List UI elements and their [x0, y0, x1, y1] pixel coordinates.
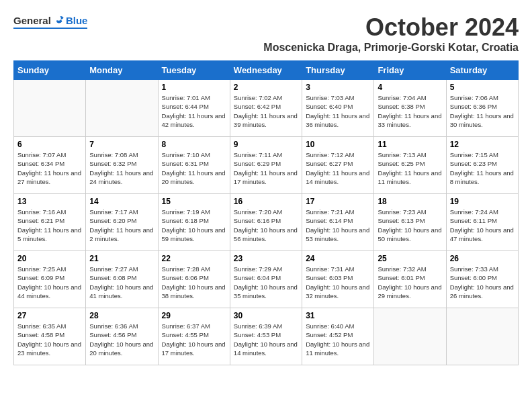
col-wednesday: Wednesday — [230, 61, 302, 80]
day-number: 13 — [17, 197, 82, 206]
day-info: Sunrise: 6:37 AMSunset: 4:55 PMDaylight:… — [162, 322, 226, 357]
logo-blue-text: Blue — [66, 15, 88, 26]
day-number: 18 — [378, 197, 442, 206]
day-info: Sunrise: 7:33 AMSunset: 6:00 PMDaylight:… — [450, 265, 515, 300]
table-row: 13Sunrise: 7:16 AMSunset: 6:21 PMDayligh… — [14, 194, 86, 251]
day-info: Sunrise: 7:19 AMSunset: 6:18 PMDaylight:… — [162, 208, 226, 243]
table-row: 26Sunrise: 7:33 AMSunset: 6:00 PMDayligh… — [446, 251, 518, 308]
day-info: Sunrise: 7:15 AMSunset: 6:23 PMDaylight:… — [450, 150, 515, 186]
day-number: 7 — [89, 140, 154, 149]
col-tuesday: Tuesday — [158, 61, 230, 80]
day-info: Sunrise: 7:12 AMSunset: 6:27 PMDaylight:… — [306, 150, 370, 186]
day-info: Sunrise: 7:24 AMSunset: 6:11 PMDaylight:… — [450, 208, 515, 243]
day-number: 19 — [450, 197, 515, 206]
table-row: 9Sunrise: 7:11 AMSunset: 6:29 PMDaylight… — [230, 137, 302, 194]
day-info: Sunrise: 6:36 AMSunset: 4:56 PMDaylight:… — [89, 322, 154, 357]
day-number: 28 — [89, 311, 154, 320]
day-info: Sunrise: 7:10 AMSunset: 6:31 PMDaylight:… — [162, 150, 226, 186]
day-info: Sunrise: 7:07 AMSunset: 6:34 PMDaylight:… — [17, 150, 82, 186]
calendar-week-5: 27Sunrise: 6:35 AMSunset: 4:58 PMDayligh… — [14, 308, 519, 365]
day-number: 25 — [378, 254, 442, 263]
calendar-week-4: 20Sunrise: 7:25 AMSunset: 6:09 PMDayligh… — [14, 251, 519, 308]
table-row: 18Sunrise: 7:23 AMSunset: 6:13 PMDayligh… — [374, 194, 446, 251]
table-row: 4Sunrise: 7:04 AMSunset: 6:38 PMDaylight… — [374, 80, 446, 137]
day-number: 9 — [234, 140, 298, 149]
day-number: 10 — [306, 140, 370, 149]
day-number: 12 — [450, 140, 515, 149]
logo: General Blue — [13, 13, 87, 29]
table-row: 3Sunrise: 7:03 AMSunset: 6:40 PMDaylight… — [302, 80, 374, 137]
day-number: 30 — [234, 311, 298, 320]
table-row: 6Sunrise: 7:07 AMSunset: 6:34 PMDaylight… — [14, 137, 86, 194]
day-info: Sunrise: 7:27 AMSunset: 6:08 PMDaylight:… — [89, 265, 154, 300]
day-number: 4 — [378, 83, 442, 92]
day-number: 15 — [162, 197, 226, 206]
day-info: Sunrise: 6:40 AMSunset: 4:52 PMDaylight:… — [306, 322, 370, 357]
day-info: Sunrise: 7:13 AMSunset: 6:25 PMDaylight:… — [378, 150, 442, 186]
table-row — [86, 80, 158, 137]
table-row: 27Sunrise: 6:35 AMSunset: 4:58 PMDayligh… — [14, 308, 86, 365]
day-number: 3 — [306, 83, 370, 92]
table-row: 12Sunrise: 7:15 AMSunset: 6:23 PMDayligh… — [446, 137, 518, 194]
day-info: Sunrise: 7:20 AMSunset: 6:16 PMDaylight:… — [234, 208, 298, 243]
title-section: October 2024 Moscenicka Draga, Primorje-… — [87, 13, 519, 54]
day-number: 22 — [162, 254, 226, 263]
calendar-table: Sunday Monday Tuesday Wednesday Thursday… — [13, 60, 519, 365]
table-row: 24Sunrise: 7:31 AMSunset: 6:03 PMDayligh… — [302, 251, 374, 308]
calendar-week-3: 13Sunrise: 7:16 AMSunset: 6:21 PMDayligh… — [14, 194, 519, 251]
table-row: 15Sunrise: 7:19 AMSunset: 6:18 PMDayligh… — [158, 194, 230, 251]
day-number: 26 — [450, 254, 515, 263]
day-number: 20 — [17, 254, 82, 263]
day-info: Sunrise: 7:04 AMSunset: 6:38 PMDaylight:… — [378, 93, 442, 129]
day-number: 14 — [89, 197, 154, 206]
table-row: 25Sunrise: 7:32 AMSunset: 6:01 PMDayligh… — [374, 251, 446, 308]
table-row: 30Sunrise: 6:39 AMSunset: 4:53 PMDayligh… — [230, 308, 302, 365]
day-info: Sunrise: 7:11 AMSunset: 6:29 PMDaylight:… — [234, 150, 298, 186]
day-info: Sunrise: 7:17 AMSunset: 6:20 PMDaylight:… — [89, 208, 154, 243]
day-number: 21 — [89, 254, 154, 263]
table-row: 5Sunrise: 7:06 AMSunset: 6:36 PMDaylight… — [446, 80, 518, 137]
day-number: 31 — [306, 311, 370, 320]
day-number: 23 — [234, 254, 298, 263]
table-row: 31Sunrise: 6:40 AMSunset: 4:52 PMDayligh… — [302, 308, 374, 365]
day-info: Sunrise: 6:39 AMSunset: 4:53 PMDaylight:… — [234, 322, 298, 357]
day-number: 6 — [17, 140, 82, 149]
table-row: 14Sunrise: 7:17 AMSunset: 6:20 PMDayligh… — [86, 194, 158, 251]
day-number: 2 — [234, 83, 298, 92]
day-info: Sunrise: 7:03 AMSunset: 6:40 PMDaylight:… — [306, 93, 370, 129]
day-number: 29 — [162, 311, 226, 320]
calendar-header-row: Sunday Monday Tuesday Wednesday Thursday… — [14, 61, 519, 80]
col-monday: Monday — [86, 61, 158, 80]
table-row: 29Sunrise: 6:37 AMSunset: 4:55 PMDayligh… — [158, 308, 230, 365]
day-info: Sunrise: 7:02 AMSunset: 6:42 PMDaylight:… — [234, 93, 298, 129]
day-info: Sunrise: 7:06 AMSunset: 6:36 PMDaylight:… — [450, 93, 515, 129]
day-number: 11 — [378, 140, 442, 149]
table-row: 10Sunrise: 7:12 AMSunset: 6:27 PMDayligh… — [302, 137, 374, 194]
table-row: 1Sunrise: 7:01 AMSunset: 6:44 PMDaylight… — [158, 80, 230, 137]
day-info: Sunrise: 7:32 AMSunset: 6:01 PMDaylight:… — [378, 265, 442, 300]
col-saturday: Saturday — [446, 61, 518, 80]
table-row: 11Sunrise: 7:13 AMSunset: 6:25 PMDayligh… — [374, 137, 446, 194]
day-info: Sunrise: 7:23 AMSunset: 6:13 PMDaylight:… — [378, 208, 442, 243]
table-row: 21Sunrise: 7:27 AMSunset: 6:08 PMDayligh… — [86, 251, 158, 308]
table-row: 28Sunrise: 6:36 AMSunset: 4:56 PMDayligh… — [86, 308, 158, 365]
day-info: Sunrise: 7:25 AMSunset: 6:09 PMDaylight:… — [17, 265, 82, 300]
table-row: 8Sunrise: 7:10 AMSunset: 6:31 PMDaylight… — [158, 137, 230, 194]
table-row: 2Sunrise: 7:02 AMSunset: 6:42 PMDaylight… — [230, 80, 302, 137]
table-row: 17Sunrise: 7:21 AMSunset: 6:14 PMDayligh… — [302, 194, 374, 251]
table-row: 22Sunrise: 7:28 AMSunset: 6:06 PMDayligh… — [158, 251, 230, 308]
table-row: 16Sunrise: 7:20 AMSunset: 6:16 PMDayligh… — [230, 194, 302, 251]
day-number: 24 — [306, 254, 370, 263]
logo-underline — [13, 28, 87, 29]
month-title: October 2024 — [87, 13, 519, 42]
day-info: Sunrise: 6:35 AMSunset: 4:58 PMDaylight:… — [17, 322, 82, 357]
day-number: 5 — [450, 83, 515, 92]
day-info: Sunrise: 7:01 AMSunset: 6:44 PMDaylight:… — [162, 93, 226, 129]
table-row: 20Sunrise: 7:25 AMSunset: 6:09 PMDayligh… — [14, 251, 86, 308]
day-info: Sunrise: 7:21 AMSunset: 6:14 PMDaylight:… — [306, 208, 370, 243]
logo-bird-icon — [52, 13, 66, 27]
day-number: 1 — [162, 83, 226, 92]
table-row — [374, 308, 446, 365]
day-number: 8 — [162, 140, 226, 149]
location-title: Moscenicka Draga, Primorje-Gorski Kotar,… — [87, 42, 519, 54]
